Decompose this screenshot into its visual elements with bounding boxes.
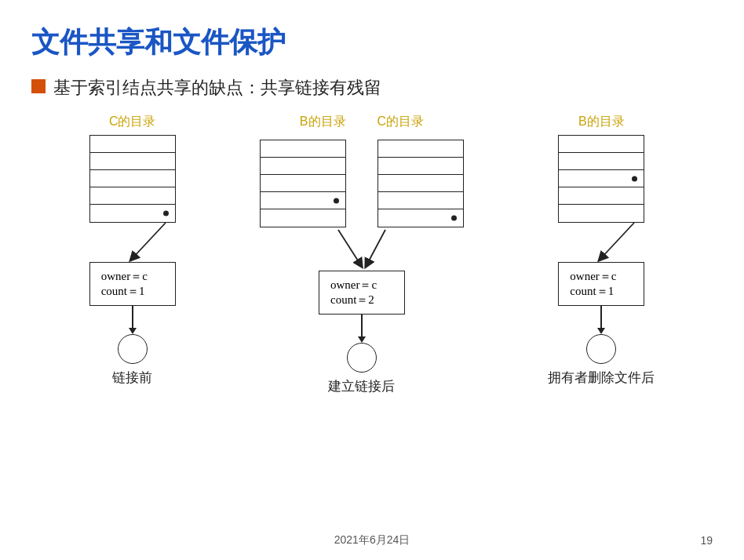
dir-label-b3: B的目录 (578, 114, 625, 130)
arrow-head-2 (358, 336, 366, 343)
footer-date: 2021年6月24日 (31, 533, 713, 547)
inode-owner-1: owner＝c (101, 269, 164, 284)
dir-label-c2: C的目录 (377, 114, 425, 130)
svg-line-3 (601, 223, 634, 258)
dot-indicator (163, 211, 169, 216)
data-circle-3 (586, 334, 616, 364)
svg-line-0 (133, 223, 166, 258)
svg-line-1 (338, 230, 362, 267)
data-circle-1 (118, 334, 148, 364)
dir-label-c1: C的目录 (109, 114, 156, 130)
dir-row (90, 136, 175, 153)
caption-1: 链接前 (112, 369, 152, 387)
arrow-svg-3 (558, 223, 644, 262)
dir-label-b2: B的目录 (300, 114, 346, 130)
inode-count-2: count＝2 (330, 293, 393, 307)
footer-page: 19 (700, 534, 713, 547)
dir-row (559, 205, 644, 222)
arrow-head-1 (129, 328, 137, 334)
left-table-wrapper (260, 140, 346, 227)
dir-row (378, 192, 463, 209)
slide-title: 文件共享和文件保护 (31, 24, 713, 62)
dir-row (261, 209, 345, 227)
dir-row (90, 187, 175, 205)
arrows-svg-2 (260, 227, 464, 271)
diagram-after-delete: B的目录 owner＝c co (548, 114, 655, 387)
caption-3: 拥有者删除文件后 (548, 369, 655, 387)
caption-2: 建立链接后 (328, 377, 395, 395)
arrow-line-1 (132, 306, 133, 328)
dir-row (559, 153, 644, 170)
dir-table-3 (558, 135, 644, 223)
dir-table-1 (89, 135, 176, 223)
dir-row (261, 175, 345, 192)
dir-table-2b (260, 140, 346, 227)
slide: 文件共享和文件保护 基于索引结点共享的缺点：共享链接有残留 C的目录 (0, 0, 744, 560)
bullet-text: 基于索引结点共享的缺点：共享链接有残留 (53, 76, 381, 100)
dot-indicator (451, 216, 457, 221)
dir-table-2c (377, 140, 464, 227)
two-tables (260, 140, 464, 227)
dir-row-with-dot (90, 205, 175, 222)
right-table-wrapper (377, 140, 464, 227)
dir-row (378, 140, 463, 158)
arrow-line-2 (361, 315, 363, 336)
inode-owner-3: owner＝c (570, 269, 633, 284)
inode-owner-2: owner＝c (330, 278, 393, 293)
footer: 2021年6月24日 19 (31, 533, 713, 547)
arrow-head-3 (597, 328, 605, 334)
dir-row (559, 136, 644, 153)
arrow-svg-1 (89, 223, 176, 262)
dot-indicator (334, 198, 339, 203)
dir-row-with-dot (559, 170, 644, 187)
data-circle-2 (347, 343, 377, 373)
dir-row-with-dot (378, 209, 463, 227)
arrow-to-circle-1 (129, 306, 137, 334)
diagram-before-link: C的目录 owner＝c co (89, 114, 176, 387)
dir-row (559, 187, 644, 205)
inode-count-1: count＝1 (101, 284, 164, 299)
arrow-to-circle-3 (597, 306, 605, 334)
arrow-to-circle-2 (358, 315, 366, 343)
dir-row-with-dot (261, 192, 345, 209)
diagram-after-link: B的目录 C的目录 (260, 114, 464, 395)
dir-row (90, 153, 175, 170)
arrow-line-3 (600, 306, 602, 328)
dir-row (261, 158, 345, 175)
dir-row (378, 158, 463, 175)
dot-indicator (632, 176, 637, 181)
bullet-row: 基于索引结点共享的缺点：共享链接有残留 (31, 76, 713, 100)
bullet-icon (31, 79, 46, 93)
svg-line-2 (366, 230, 385, 267)
dir-row (90, 170, 175, 187)
dir-row (261, 140, 345, 158)
inode-box-2: owner＝c count＝2 (319, 271, 405, 315)
inode-box-3: owner＝c count＝1 (558, 262, 644, 306)
inode-box-1: owner＝c count＝1 (89, 262, 176, 306)
dir-labels-row: B的目录 C的目录 (300, 114, 424, 135)
dir-row (378, 175, 463, 192)
inode-count-3: count＝1 (570, 284, 633, 299)
